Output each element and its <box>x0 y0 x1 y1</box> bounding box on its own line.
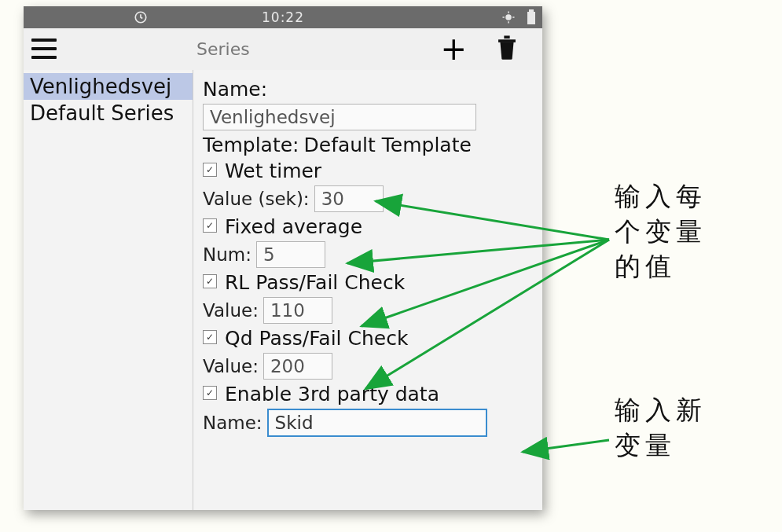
status-bar: 10:22 <box>24 6 542 28</box>
wet-timer-value-input[interactable] <box>314 185 384 212</box>
qd-check-value-label: Value: <box>203 356 259 376</box>
series-sidebar: Venlighedsvej Default Series <box>24 70 193 510</box>
menu-button[interactable] <box>28 31 63 66</box>
third-party-checkbox[interactable] <box>203 386 217 400</box>
svg-rect-5 <box>504 35 509 39</box>
wet-timer-label: Wet timer <box>225 160 321 182</box>
clock-icon <box>134 10 148 24</box>
rl-check-checkbox[interactable] <box>203 274 217 288</box>
name-label: Name: <box>203 78 267 101</box>
rl-check-value-input[interactable] <box>263 297 332 324</box>
svg-rect-3 <box>527 12 535 24</box>
annotation-enter-new-variable: 输入新 变量 <box>615 393 707 463</box>
fixed-average-num-input[interactable] <box>256 241 325 268</box>
toolbar: Series + <box>24 28 542 70</box>
sidebar-item-venlighedsvej[interactable]: Venlighedsvej <box>24 73 193 100</box>
third-party-name-label: Name: <box>203 413 263 433</box>
delete-button[interactable] <box>495 34 519 64</box>
gps-icon <box>501 10 516 24</box>
fixed-average-num-label: Num: <box>203 244 251 265</box>
third-party-label: Enable 3rd party data <box>225 383 439 405</box>
svg-rect-2 <box>529 9 534 12</box>
annotation-enter-each-value: 输入每 个变量 的值 <box>615 179 707 284</box>
rl-check-label: RL Pass/Fail Check <box>225 271 405 294</box>
qd-check-label: Qd Pass/Fail Check <box>225 327 408 350</box>
qd-check-checkbox[interactable] <box>203 330 217 344</box>
svg-point-1 <box>506 15 511 20</box>
third-party-name-input[interactable] <box>267 409 487 437</box>
rl-check-value-label: Value: <box>203 300 259 321</box>
device-frame: 10:22 Series + <box>24 6 542 510</box>
fixed-average-label: Fixed average <box>225 215 362 238</box>
main-panel: Venlighedsvej Default Series Name: Templ… <box>24 70 542 510</box>
qd-check-value-input[interactable] <box>263 353 332 380</box>
sidebar-item-default-series[interactable]: Default Series <box>24 100 193 127</box>
wet-timer-checkbox[interactable] <box>203 163 217 177</box>
fixed-average-checkbox[interactable] <box>203 218 217 233</box>
battery-icon <box>527 9 536 25</box>
template-label: Template: <box>203 134 299 156</box>
add-button[interactable]: + <box>440 33 467 64</box>
wet-timer-value-label: Value (sek): <box>203 189 310 209</box>
series-name-input[interactable] <box>203 104 476 130</box>
status-time: 10:22 <box>262 9 304 25</box>
series-form: Name: Template: Default Template Wet tim… <box>193 70 542 510</box>
template-value: Default Template <box>304 134 472 156</box>
svg-rect-4 <box>498 39 516 42</box>
toolbar-title: Series <box>196 39 250 59</box>
